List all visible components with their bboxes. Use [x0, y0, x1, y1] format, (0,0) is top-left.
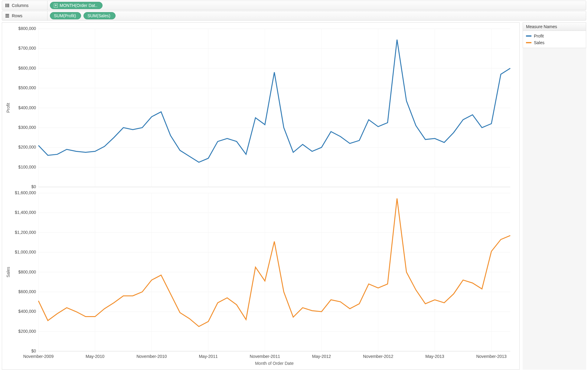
legend-item-profit[interactable]: Profit [526, 33, 583, 39]
chart-svg: $0$100,000$200,000$300,000$400,000$500,0… [2, 23, 516, 369]
svg-text:May-2010: May-2010 [86, 354, 104, 359]
svg-text:$0: $0 [31, 348, 36, 353]
visualization-area[interactable]: $0$100,000$200,000$300,000$400,000$500,0… [2, 22, 520, 370]
svg-text:$400,000: $400,000 [18, 309, 36, 314]
columns-shelf-label: Columns [2, 1, 47, 10]
pill-label: MONTH(Order Dat.. [60, 3, 97, 8]
svg-rect-2 [8, 4, 9, 7]
legend-title: Measure Names [523, 23, 586, 31]
legend-panel: Measure Names Profit Sales [523, 22, 586, 370]
svg-text:November-2012: November-2012 [363, 354, 394, 359]
svg-rect-3 [5, 14, 9, 15]
svg-text:November-2009: November-2009 [23, 354, 54, 359]
columns-label-text: Columns [12, 3, 28, 8]
legend-swatch-sales [526, 42, 531, 43]
svg-text:$200,000: $200,000 [18, 329, 36, 334]
legend-card: Measure Names Profit Sales [523, 22, 586, 48]
svg-text:$600,000: $600,000 [18, 289, 36, 294]
legend-label: Sales [534, 40, 544, 45]
workspace: $0$100,000$200,000$300,000$400,000$500,0… [2, 22, 586, 370]
legend-item-sales[interactable]: Sales [526, 39, 583, 46]
svg-text:Month of Order Date: Month of Order Date [255, 361, 294, 366]
rows-shelf[interactable]: Rows SUM(Profit) SUM(Sales) [2, 11, 586, 21]
svg-text:Sales: Sales [6, 267, 11, 277]
columns-icon [5, 3, 9, 8]
svg-text:$300,000: $300,000 [18, 125, 36, 130]
svg-text:$500,000: $500,000 [18, 85, 36, 90]
svg-text:$700,000: $700,000 [18, 46, 36, 51]
pill-label: SUM(Sales) [87, 13, 110, 18]
svg-text:$1,200,000: $1,200,000 [15, 230, 36, 235]
svg-rect-1 [7, 4, 8, 7]
pill-label: SUM(Profit) [54, 13, 76, 18]
svg-text:$800,000: $800,000 [18, 270, 36, 274]
rows-shelf-label: Rows [2, 11, 47, 20]
rows-label-text: Rows [12, 13, 22, 18]
svg-text:$200,000: $200,000 [18, 145, 36, 149]
plus-icon: + [54, 4, 58, 8]
svg-text:November-2011: November-2011 [250, 354, 280, 359]
svg-text:$1,000,000: $1,000,000 [15, 250, 36, 254]
columns-shelf-content[interactable]: + MONTH(Order Dat.. [47, 1, 586, 10]
legend-swatch-profit [526, 35, 531, 37]
svg-text:$1,600,000: $1,600,000 [15, 190, 36, 195]
pill-month-order-date[interactable]: + MONTH(Order Dat.. [50, 2, 103, 9]
legend-label: Profit [534, 34, 544, 38]
svg-text:May-2011: May-2011 [199, 354, 217, 359]
svg-rect-0 [5, 4, 6, 7]
svg-text:November-2010: November-2010 [136, 354, 167, 359]
rows-icon [5, 14, 9, 18]
svg-rect-5 [5, 17, 9, 18]
pill-sum-profit[interactable]: SUM(Profit) [50, 12, 81, 19]
svg-text:$800,000: $800,000 [18, 26, 36, 31]
svg-text:$100,000: $100,000 [18, 165, 36, 169]
svg-rect-4 [5, 15, 9, 16]
svg-text:$400,000: $400,000 [18, 105, 36, 110]
svg-text:May-2012: May-2012 [312, 354, 331, 359]
rows-shelf-content[interactable]: SUM(Profit) SUM(Sales) [47, 11, 586, 20]
svg-text:November-2013: November-2013 [476, 354, 507, 359]
svg-text:May-2013: May-2013 [425, 354, 444, 359]
svg-text:$1,400,000: $1,400,000 [15, 210, 36, 215]
svg-text:$0: $0 [31, 184, 36, 189]
svg-text:$600,000: $600,000 [18, 66, 36, 70]
legend-items: Profit Sales [523, 31, 586, 48]
svg-text:Profit: Profit [6, 103, 11, 113]
pill-sum-sales[interactable]: SUM(Sales) [83, 12, 115, 19]
columns-shelf[interactable]: Columns + MONTH(Order Dat.. [2, 1, 586, 10]
